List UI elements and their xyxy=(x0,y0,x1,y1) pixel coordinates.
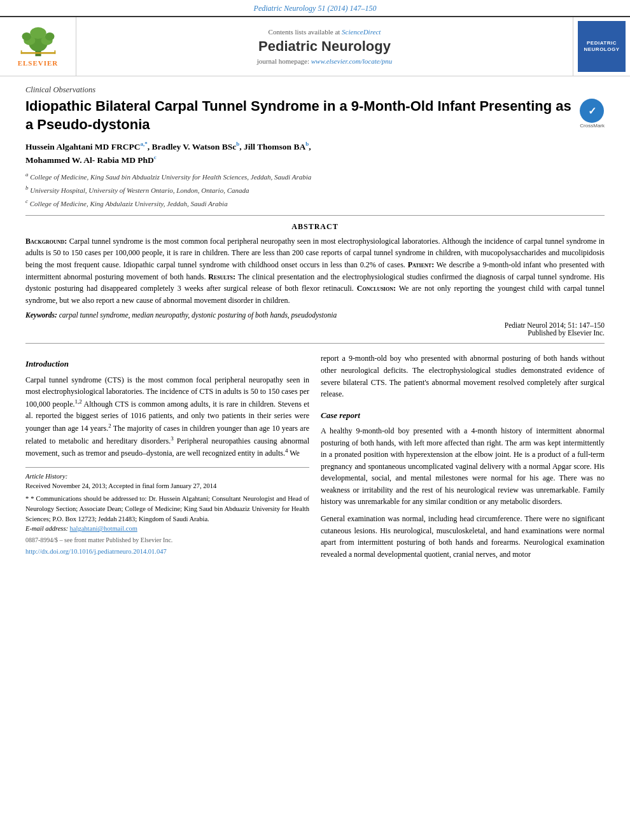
email-line: E-mail address: halgahtani@hotmail.com xyxy=(25,524,309,534)
svg-point-5 xyxy=(45,32,54,41)
title-area: Idiopathic Bilateral Carpal Tunnel Syndr… xyxy=(25,97,605,140)
article-history-label: Article History: xyxy=(25,472,309,482)
conclusion-label: Conclusion: xyxy=(357,284,396,293)
pub-info: Pediatr Neurol 2014; 51: 147–150 Publish… xyxy=(25,321,605,337)
journal-thumbnail-area: PEDIATRICNEUROLOGY xyxy=(573,17,630,76)
sciencedirect-link[interactable]: ScienceDirect xyxy=(342,28,381,36)
elsevier-logo-area: ELSEVIER xyxy=(0,17,76,76)
elsevier-logo: ELSEVIER xyxy=(16,26,60,67)
case-report-paragraph-2: General examination was normal, includin… xyxy=(321,513,605,560)
authors-line: Hussein Algahtani MD FRCPCa,*, Bradley V… xyxy=(25,140,605,167)
issn-line: 0887-8994/$ – see front matter Published… xyxy=(25,535,309,545)
section-label: Clinical Observations xyxy=(25,85,605,95)
right-intro-text: report a 9-month-old boy who presented w… xyxy=(321,353,605,400)
elsevier-wordmark: ELSEVIER xyxy=(18,59,59,67)
svg-point-6 xyxy=(30,27,46,39)
introduction-heading: Introduction xyxy=(25,358,309,370)
right-column: report a 9-month-old boy who presented w… xyxy=(321,353,605,560)
received-line: Received November 24, 2013; Accepted in … xyxy=(25,481,309,491)
footnotes-area: Article History: Received November 24, 2… xyxy=(25,467,309,535)
divider-after-affiliations xyxy=(25,215,605,216)
svg-rect-9 xyxy=(54,50,55,53)
homepage-link[interactable]: www.elsevier.com/locate/pnu xyxy=(311,57,393,65)
case-report-heading: Case report xyxy=(321,409,605,422)
correspondence-note: * * Communications should be addressed t… xyxy=(25,494,309,524)
case-report-paragraph: A healthy 9-month-old boy presented with… xyxy=(321,425,605,508)
keywords-text: carpal tunnel syndrome, median neuropath… xyxy=(59,311,337,319)
journal-homepage: journal homepage: www.elsevier.com/locat… xyxy=(257,57,392,65)
affiliation-a: a College of Medicine, King Saud bin Abd… xyxy=(25,171,605,182)
main-content: Clinical Observations Idiopathic Bilater… xyxy=(0,85,630,560)
svg-point-4 xyxy=(22,32,31,41)
journal-reference: Pediatric Neurology 51 (2014) 147–150 xyxy=(0,0,630,16)
abstract-section: Abstract Background: Carpal tunnel syndr… xyxy=(25,222,605,337)
sciencedirect-line: Contents lists available at ScienceDirec… xyxy=(269,28,381,36)
pub-line1: Pediatr Neurol 2014; 51: 147–150 xyxy=(25,321,605,329)
affiliation-b: b University Hospital, University of Wes… xyxy=(25,184,605,195)
introduction-paragraph: Carpal tunnel syndrome (CTS) is the most… xyxy=(25,374,309,459)
keywords-line: Keywords: carpal tunnel syndrome, median… xyxy=(25,311,605,319)
results-label: Results: xyxy=(208,272,235,281)
svg-rect-8 xyxy=(20,50,22,53)
email-link[interactable]: halgahtani@hotmail.com xyxy=(70,525,137,532)
article-title: Idiopathic Bilateral Carpal Tunnel Syndr… xyxy=(25,97,573,134)
elsevier-tree-icon xyxy=(16,26,60,58)
pub-line2: Published by Elsevier Inc. xyxy=(25,329,605,337)
abstract-label: Abstract xyxy=(25,222,605,232)
abstract-text: Background: Carpal tunnel syndrome is th… xyxy=(25,235,605,307)
thumb-journal-title: PEDIATRICNEUROLOGY xyxy=(584,40,619,52)
svg-rect-7 xyxy=(20,52,55,54)
journal-thumbnail: PEDIATRICNEUROLOGY xyxy=(578,21,626,72)
crossmark-label: CrossMark xyxy=(580,123,605,129)
patient-label: Patient: xyxy=(408,260,434,269)
doi-line[interactable]: http://dx.doi.org/10.1016/j.pediatrneuro… xyxy=(25,547,309,557)
background-label: Background: xyxy=(25,237,67,246)
journal-header-center: Contents lists available at ScienceDirec… xyxy=(76,17,573,76)
crossmark-badge[interactable]: ✓ xyxy=(580,99,604,123)
keywords-label: Keywords: xyxy=(25,311,57,319)
two-column-body: Introduction Carpal tunnel syndrome (CTS… xyxy=(25,353,605,560)
left-column: Introduction Carpal tunnel syndrome (CTS… xyxy=(25,353,309,560)
affiliation-c: c College of Medicine, King Abdulaziz Un… xyxy=(25,197,605,209)
journal-title: Pediatric Neurology xyxy=(258,38,391,55)
crossmark-area: ✓ CrossMark xyxy=(580,99,605,129)
journal-header: ELSEVIER Contents lists available at Sci… xyxy=(0,16,630,76)
divider-after-abstract xyxy=(25,343,605,344)
